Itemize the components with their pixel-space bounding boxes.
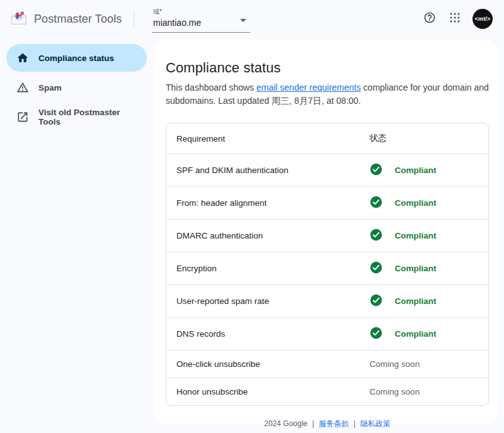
status-cell: Compliant (370, 228, 478, 243)
sidebar: Compliance status Spam Visit old Postmas… (0, 38, 154, 433)
requirement-cell: From: header alignment (166, 186, 360, 219)
home-icon (16, 52, 29, 64)
sidebar-item-label: Visit old Postmaster Tools (38, 108, 137, 127)
requirement-cell: One-click unsubscribe (166, 350, 360, 378)
table-row: User-reported spam rate Compliant (166, 284, 488, 317)
sidebar-item-visit-old-postmaster-tools[interactable]: Visit old Postmaster Tools (6, 103, 147, 131)
postmaster-logo-icon (10, 10, 28, 28)
description-text: This dashboard shows (166, 82, 256, 93)
status-cell: Compliant (370, 261, 478, 276)
email-sender-requirements-link[interactable]: email sender requirements (256, 82, 361, 93)
check-circle-icon (370, 294, 382, 308)
warning-triangle-icon (16, 81, 29, 94)
status-text: Compliant (395, 198, 437, 208)
status-text: Compliant (395, 296, 437, 306)
status-cell: Coming soon (370, 387, 478, 396)
check-circle-icon (370, 327, 382, 341)
app-logo-home-link[interactable]: Postmaster Tools (10, 10, 134, 28)
app-header: Postmaster Tools 域* miantiao.me <mt/> (0, 0, 504, 38)
check-circle-icon (370, 261, 382, 276)
requirement-cell: SPF and DKIM authentication (166, 154, 360, 186)
page-description: This dashboard shows email sender requir… (166, 81, 489, 108)
check-circle-icon (370, 228, 382, 243)
column-header-requirement: Requirement (166, 123, 360, 154)
app-title: Postmaster Tools (34, 13, 122, 26)
status-cell: Compliant (370, 163, 478, 177)
footer-separator: | (353, 419, 355, 428)
help-icon (423, 11, 436, 26)
account-avatar[interactable]: <mt/> (472, 9, 493, 29)
table-row: SPF and DKIM authentication Compliant (166, 154, 488, 186)
apps-menu-button[interactable] (447, 11, 462, 26)
table-row: DNS records Compliant (166, 317, 488, 350)
footer-link-privacy[interactable]: 隐私政策 (360, 419, 391, 428)
table-row: Encryption Compliant (166, 252, 488, 284)
help-button[interactable] (422, 11, 437, 26)
compliance-table: Requirement 状态 SPF and DKIM authenticati… (166, 123, 489, 406)
status-cell: Compliant (370, 327, 478, 341)
status-cell: Compliant (370, 294, 478, 308)
status-cell: Compliant (370, 196, 478, 210)
footer-link-terms[interactable]: 服务条款 (319, 419, 349, 428)
table-row: Honor unsubscribe Coming soon (166, 378, 488, 405)
chevron-down-icon (240, 19, 246, 22)
requirement-cell: Honor unsubscribe (166, 378, 360, 405)
status-text: Compliant (395, 329, 437, 339)
table-row: From: header alignment Compliant (166, 186, 488, 219)
header-divider (134, 11, 134, 27)
status-text: Coming soon (370, 359, 420, 369)
table-row: DMARC authentication Compliant (166, 219, 488, 252)
column-header-status: 状态 (360, 123, 488, 154)
apps-grid-icon (449, 12, 461, 26)
requirement-cell: User-reported spam rate (166, 284, 360, 317)
status-text: Compliant (395, 231, 437, 240)
domain-selector[interactable]: 域* miantiao.me (152, 5, 250, 33)
check-circle-icon (370, 196, 382, 210)
check-circle-icon (370, 163, 382, 177)
status-cell: Coming soon (370, 359, 478, 369)
status-text: Compliant (395, 166, 437, 175)
requirement-cell: Encryption (166, 252, 360, 284)
status-text: Compliant (395, 264, 437, 273)
requirement-cell: DNS records (166, 317, 360, 350)
footer-copyright: 2024 Google (264, 419, 307, 428)
domain-selector-label: 域* (153, 8, 249, 16)
table-header-row: Requirement 状态 (166, 123, 488, 154)
page-title: Compliance status (166, 60, 489, 76)
footer-separator: | (312, 419, 314, 428)
sidebar-item-spam[interactable]: Spam (6, 74, 147, 101)
table-row: One-click unsubscribe Coming soon (166, 350, 488, 378)
domain-selector-value: miantiao.me (153, 18, 201, 28)
card-footer: 2024 Google | 服务条款 | 隐私政策 (166, 406, 489, 433)
external-link-icon (16, 111, 29, 123)
status-text: Coming soon (370, 387, 420, 396)
requirement-cell: DMARC authentication (166, 219, 360, 252)
sidebar-item-label: Compliance status (38, 53, 114, 63)
main-content-card: Compliance status This dashboard shows e… (154, 40, 498, 424)
sidebar-item-compliance-status[interactable]: Compliance status (6, 44, 147, 72)
sidebar-item-label: Spam (38, 83, 62, 93)
